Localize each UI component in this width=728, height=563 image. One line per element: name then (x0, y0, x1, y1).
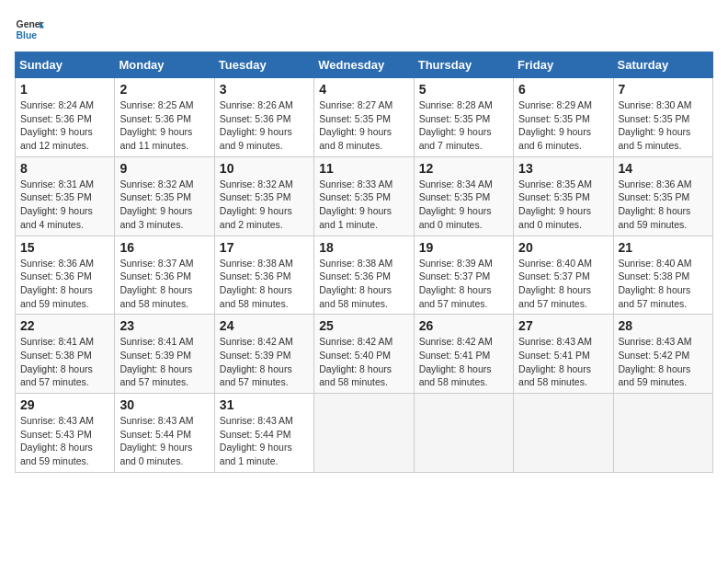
day-number: 24 (220, 318, 309, 333)
calendar-cell: 4 Sunrise: 8:27 AMSunset: 5:35 PMDayligh… (314, 78, 414, 157)
dow-header: Monday (115, 52, 214, 78)
sunrise-text: Sunrise: 8:43 AMSunset: 5:43 PMDaylight:… (20, 415, 94, 466)
day-number: 23 (119, 318, 209, 333)
day-number: 26 (419, 318, 508, 333)
day-number: 16 (119, 240, 209, 255)
day-number: 2 (119, 82, 209, 97)
day-number: 12 (419, 161, 508, 176)
sunrise-text: Sunrise: 8:36 AMSunset: 5:36 PMDaylight:… (20, 258, 94, 309)
sunrise-text: Sunrise: 8:43 AMSunset: 5:44 PMDaylight:… (119, 415, 193, 466)
calendar-cell: 27 Sunrise: 8:43 AMSunset: 5:41 PMDaylig… (514, 315, 613, 394)
sunrise-text: Sunrise: 8:38 AMSunset: 5:36 PMDaylight:… (319, 258, 392, 309)
sunrise-text: Sunrise: 8:42 AMSunset: 5:40 PMDaylight:… (319, 336, 392, 387)
day-number: 6 (518, 82, 608, 97)
calendar-cell: 19 Sunrise: 8:39 AMSunset: 5:37 PMDaylig… (414, 236, 513, 315)
sunrise-text: Sunrise: 8:32 AMSunset: 5:35 PMDaylight:… (119, 178, 193, 230)
day-number: 30 (119, 397, 209, 412)
sunrise-text: Sunrise: 8:36 AMSunset: 5:35 PMDaylight:… (619, 178, 692, 230)
calendar-cell: 9 Sunrise: 8:32 AMSunset: 5:35 PMDayligh… (115, 156, 214, 236)
day-number: 22 (20, 318, 109, 333)
calendar-cell: 30 Sunrise: 8:43 AMSunset: 5:44 PMDaylig… (115, 394, 214, 473)
day-number: 19 (419, 240, 508, 255)
day-number: 21 (619, 240, 708, 255)
sunrise-text: Sunrise: 8:43 AMSunset: 5:44 PMDaylight:… (220, 415, 293, 466)
calendar-cell: 31 Sunrise: 8:43 AMSunset: 5:44 PMDaylig… (214, 394, 313, 473)
sunrise-text: Sunrise: 8:28 AMSunset: 5:35 PMDaylight:… (419, 99, 493, 151)
calendar-cell: 13 Sunrise: 8:35 AMSunset: 5:35 PMDaylig… (514, 156, 613, 236)
sunrise-text: Sunrise: 8:35 AMSunset: 5:35 PMDaylight:… (518, 178, 592, 230)
sunrise-text: Sunrise: 8:43 AMSunset: 5:42 PMDaylight:… (619, 336, 692, 387)
dow-header: Sunday (16, 52, 115, 78)
dow-header: Wednesday (314, 52, 414, 78)
calendar-cell: 24 Sunrise: 8:42 AMSunset: 5:39 PMDaylig… (214, 315, 313, 394)
day-number: 3 (220, 82, 309, 97)
header: General Blue (15, 15, 713, 44)
calendar-cell: 14 Sunrise: 8:36 AMSunset: 5:35 PMDaylig… (613, 156, 712, 236)
calendar-table: SundayMondayTuesdayWednesdayThursdayFrid… (15, 52, 713, 473)
calendar-cell (613, 394, 712, 473)
day-number: 28 (619, 318, 708, 333)
logo-icon: General Blue (15, 15, 44, 44)
svg-text:Blue: Blue (17, 30, 38, 40)
sunrise-text: Sunrise: 8:31 AMSunset: 5:35 PMDaylight:… (20, 178, 94, 230)
calendar-cell: 21 Sunrise: 8:40 AMSunset: 5:38 PMDaylig… (613, 236, 712, 315)
calendar-cell: 3 Sunrise: 8:26 AMSunset: 5:36 PMDayligh… (214, 78, 313, 157)
sunrise-text: Sunrise: 8:34 AMSunset: 5:35 PMDaylight:… (419, 178, 493, 230)
calendar-cell: 26 Sunrise: 8:42 AMSunset: 5:41 PMDaylig… (414, 315, 513, 394)
calendar-cell: 7 Sunrise: 8:30 AMSunset: 5:35 PMDayligh… (613, 78, 712, 157)
calendar-cell: 17 Sunrise: 8:38 AMSunset: 5:36 PMDaylig… (214, 236, 313, 315)
day-number: 15 (20, 240, 109, 255)
day-number: 13 (518, 161, 608, 176)
dow-header: Thursday (414, 52, 513, 78)
day-number: 4 (319, 82, 408, 97)
sunrise-text: Sunrise: 8:40 AMSunset: 5:37 PMDaylight:… (518, 258, 592, 309)
dow-header: Friday (514, 52, 613, 78)
calendar-cell: 12 Sunrise: 8:34 AMSunset: 5:35 PMDaylig… (414, 156, 513, 236)
day-number: 27 (518, 318, 608, 333)
calendar-cell (314, 394, 414, 473)
days-of-week-row: SundayMondayTuesdayWednesdayThursdayFrid… (16, 52, 713, 78)
sunrise-text: Sunrise: 8:30 AMSunset: 5:35 PMDaylight:… (619, 99, 692, 151)
calendar-cell: 6 Sunrise: 8:29 AMSunset: 5:35 PMDayligh… (514, 78, 613, 157)
calendar-cell: 10 Sunrise: 8:32 AMSunset: 5:35 PMDaylig… (214, 156, 313, 236)
day-number: 14 (619, 161, 708, 176)
day-number: 8 (20, 161, 109, 176)
calendar-week-row: 22 Sunrise: 8:41 AMSunset: 5:38 PMDaylig… (16, 315, 713, 394)
sunrise-text: Sunrise: 8:42 AMSunset: 5:41 PMDaylight:… (419, 336, 493, 387)
sunrise-text: Sunrise: 8:33 AMSunset: 5:35 PMDaylight:… (319, 178, 392, 230)
calendar-week-row: 29 Sunrise: 8:43 AMSunset: 5:43 PMDaylig… (16, 394, 713, 473)
day-number: 31 (220, 397, 309, 412)
day-number: 7 (619, 82, 708, 97)
day-number: 11 (319, 161, 408, 176)
sunrise-text: Sunrise: 8:25 AMSunset: 5:36 PMDaylight:… (119, 99, 193, 151)
sunrise-text: Sunrise: 8:27 AMSunset: 5:35 PMDaylight:… (319, 99, 392, 151)
calendar-cell: 11 Sunrise: 8:33 AMSunset: 5:35 PMDaylig… (314, 156, 414, 236)
calendar-cell: 18 Sunrise: 8:38 AMSunset: 5:36 PMDaylig… (314, 236, 414, 315)
calendar-cell: 15 Sunrise: 8:36 AMSunset: 5:36 PMDaylig… (16, 236, 115, 315)
sunrise-text: Sunrise: 8:38 AMSunset: 5:36 PMDaylight:… (220, 258, 293, 309)
calendar-cell: 28 Sunrise: 8:43 AMSunset: 5:42 PMDaylig… (613, 315, 712, 394)
dow-header: Saturday (613, 52, 712, 78)
sunrise-text: Sunrise: 8:42 AMSunset: 5:39 PMDaylight:… (220, 336, 293, 387)
day-number: 29 (20, 397, 109, 412)
day-number: 20 (518, 240, 608, 255)
sunrise-text: Sunrise: 8:24 AMSunset: 5:36 PMDaylight:… (20, 99, 94, 151)
calendar-cell: 29 Sunrise: 8:43 AMSunset: 5:43 PMDaylig… (16, 394, 115, 473)
calendar-week-row: 8 Sunrise: 8:31 AMSunset: 5:35 PMDayligh… (16, 156, 713, 236)
calendar-cell: 8 Sunrise: 8:31 AMSunset: 5:35 PMDayligh… (16, 156, 115, 236)
sunrise-text: Sunrise: 8:32 AMSunset: 5:35 PMDaylight:… (220, 178, 293, 230)
calendar-cell: 5 Sunrise: 8:28 AMSunset: 5:35 PMDayligh… (414, 78, 513, 157)
calendar-cell: 20 Sunrise: 8:40 AMSunset: 5:37 PMDaylig… (514, 236, 613, 315)
day-number: 1 (20, 82, 109, 97)
day-number: 25 (319, 318, 408, 333)
calendar-cell: 25 Sunrise: 8:42 AMSunset: 5:40 PMDaylig… (314, 315, 414, 394)
calendar-cell: 16 Sunrise: 8:37 AMSunset: 5:36 PMDaylig… (115, 236, 214, 315)
sunrise-text: Sunrise: 8:39 AMSunset: 5:37 PMDaylight:… (419, 258, 493, 309)
calendar-week-row: 15 Sunrise: 8:36 AMSunset: 5:36 PMDaylig… (16, 236, 713, 315)
sunrise-text: Sunrise: 8:41 AMSunset: 5:39 PMDaylight:… (119, 336, 193, 387)
dow-header: Tuesday (214, 52, 313, 78)
sunrise-text: Sunrise: 8:26 AMSunset: 5:36 PMDaylight:… (220, 99, 293, 151)
day-number: 5 (419, 82, 508, 97)
calendar-cell: 22 Sunrise: 8:41 AMSunset: 5:38 PMDaylig… (16, 315, 115, 394)
calendar-cell: 23 Sunrise: 8:41 AMSunset: 5:39 PMDaylig… (115, 315, 214, 394)
